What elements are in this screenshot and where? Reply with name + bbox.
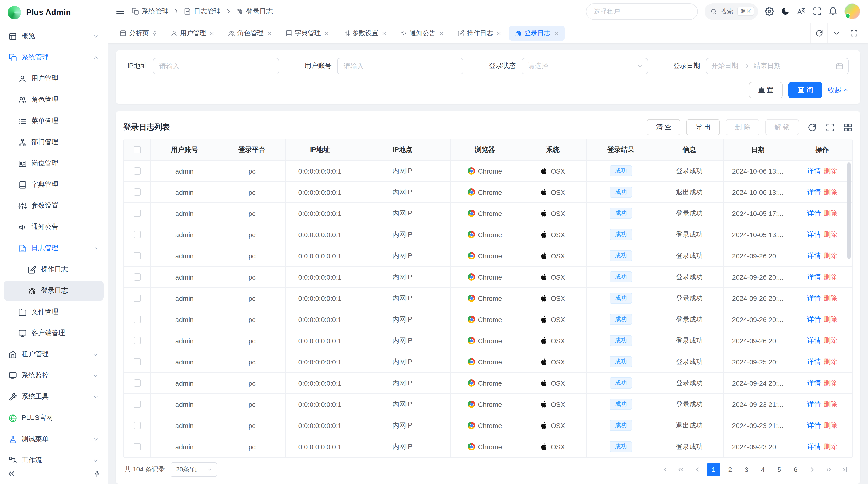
detail-link[interactable]: 详情 (807, 230, 821, 239)
row-checkbox[interactable] (133, 295, 141, 302)
collapse-sidebar-button[interactable] (7, 469, 16, 478)
clear-button[interactable]: 清 空 (647, 119, 681, 135)
row-checkbox[interactable] (133, 337, 141, 344)
column-header[interactable]: 信息 (655, 139, 724, 161)
table-scrollbar[interactable] (847, 162, 850, 259)
row-checkbox[interactable] (133, 273, 141, 281)
breadcrumb-item[interactable]: 系统管理 (132, 7, 169, 16)
sidebar-item[interactable]: 部门管理 (4, 132, 104, 152)
close-icon[interactable] (267, 31, 272, 36)
table-row[interactable]: admin pc 0:0:0:0:0:0:0:1 内网IP Chrome (124, 373, 852, 394)
delete-link[interactable]: 删除 (824, 188, 837, 196)
delete-link[interactable]: 删除 (824, 336, 837, 345)
sidebar-item[interactable]: 操作日志 (4, 259, 104, 280)
close-icon[interactable] (324, 31, 329, 36)
sidebar-item[interactable]: 客户端管理 (4, 323, 104, 343)
row-checkbox[interactable] (133, 358, 141, 365)
breadcrumb-item[interactable]: 日志管理 (173, 7, 221, 16)
row-checkbox[interactable] (133, 252, 141, 259)
row-checkbox[interactable] (133, 210, 141, 217)
page-button[interactable]: 4 (756, 463, 770, 476)
detail-link[interactable]: 详情 (807, 188, 821, 196)
user-avatar[interactable] (844, 3, 860, 19)
column-header[interactable]: 操作 (792, 139, 852, 161)
table-fullscreen-button[interactable] (826, 123, 835, 132)
row-checkbox[interactable] (133, 400, 141, 408)
detail-link[interactable]: 详情 (807, 336, 821, 345)
refresh-table-button[interactable] (808, 123, 817, 132)
prev-page-button[interactable] (690, 463, 704, 476)
row-checkbox[interactable] (133, 189, 141, 196)
export-button[interactable]: 导 出 (686, 119, 720, 135)
close-icon[interactable] (496, 31, 501, 36)
sidebar-item[interactable]: 角色管理 (4, 90, 104, 110)
reset-button[interactable]: 重 置 (749, 82, 783, 98)
table-row[interactable]: admin pc 0:0:0:0:0:0:0:1 内网IP Chrome (124, 224, 852, 246)
delete-link[interactable]: 删除 (824, 315, 837, 324)
language-button[interactable] (797, 7, 806, 16)
column-settings-button[interactable] (843, 123, 852, 132)
global-search[interactable]: 搜索 ⌘ K (704, 3, 758, 20)
table-row[interactable]: admin pc 0:0:0:0:0:0:0:1 内网IP Chrome (124, 436, 852, 457)
tenant-select[interactable] (586, 3, 698, 20)
dark-mode-toggle[interactable] (781, 7, 790, 16)
sidebar-item[interactable]: PLUS官网 (4, 408, 104, 428)
delete-link[interactable]: 删除 (824, 357, 837, 366)
delete-link[interactable]: 删除 (824, 251, 837, 260)
delete-link[interactable]: 删除 (824, 272, 837, 281)
last-page-button[interactable] (838, 463, 851, 476)
page-button[interactable]: 2 (723, 463, 737, 476)
next-page-button[interactable] (805, 463, 819, 476)
hamburger-menu-icon[interactable] (116, 7, 125, 16)
table-row[interactable]: admin pc 0:0:0:0:0:0:0:1 内网IP Chrome (124, 394, 852, 415)
table-row[interactable]: admin pc 0:0:0:0:0:0:0:1 内网IP Chrome (124, 415, 852, 436)
tab[interactable]: 登录日志 (509, 26, 564, 41)
settings-button[interactable] (765, 7, 774, 16)
column-header[interactable]: 登录结果 (587, 139, 655, 161)
sidebar-item[interactable]: 系统工具 (4, 387, 104, 407)
sidebar-item[interactable]: 租户管理 (4, 344, 104, 364)
ip-input[interactable] (153, 58, 279, 74)
table-row[interactable]: admin pc 0:0:0:0:0:0:0:1 内网IP Chrome (124, 309, 852, 330)
sidebar-item[interactable]: 岗位管理 (4, 153, 104, 173)
sidebar-item[interactable]: 登录日志 (4, 281, 104, 301)
breadcrumb-item[interactable]: 登录日志 (225, 7, 273, 16)
close-icon[interactable] (381, 31, 386, 36)
delete-link[interactable]: 删除 (824, 230, 837, 239)
close-icon[interactable] (553, 31, 559, 36)
unlock-button[interactable]: 解 锁 (765, 119, 799, 135)
sidebar-item[interactable]: 参数设置 (4, 196, 104, 216)
sidebar-item[interactable]: 系统管理 (4, 47, 104, 67)
sidebar-item[interactable]: 日志管理 (4, 238, 104, 258)
column-header[interactable]: 浏览器 (451, 139, 519, 161)
status-select[interactable]: 请选择 (522, 58, 648, 74)
delete-button[interactable]: 删 除 (726, 119, 760, 135)
close-icon[interactable] (209, 31, 214, 36)
pin-sidebar-button[interactable] (93, 470, 101, 478)
column-header[interactable]: 用户账号 (151, 139, 218, 161)
column-header[interactable]: IP地点 (354, 139, 451, 161)
column-header[interactable]: IP地址 (286, 139, 354, 161)
notifications-button[interactable] (829, 7, 838, 16)
detail-link[interactable]: 详情 (807, 400, 821, 409)
table-row[interactable]: admin pc 0:0:0:0:0:0:0:1 内网IP Chrome (124, 266, 852, 288)
sidebar-item[interactable]: 字典管理 (4, 174, 104, 195)
sidebar-item[interactable]: 系统监控 (4, 365, 104, 386)
delete-link[interactable]: 删除 (824, 294, 837, 302)
tabs-menu-button[interactable] (828, 23, 845, 43)
table-row[interactable]: admin pc 0:0:0:0:0:0:0:1 内网IP Chrome (124, 351, 852, 373)
row-checkbox[interactable] (133, 316, 141, 323)
detail-link[interactable]: 详情 (807, 379, 821, 387)
first-page-button[interactable] (658, 463, 671, 476)
page-button[interactable]: 6 (789, 463, 802, 476)
table-row[interactable]: admin pc 0:0:0:0:0:0:0:1 内网IP Chrome (124, 203, 852, 224)
row-checkbox[interactable] (133, 443, 141, 450)
detail-link[interactable]: 详情 (807, 251, 821, 260)
detail-link[interactable]: 详情 (807, 272, 821, 281)
detail-link[interactable]: 详情 (807, 167, 821, 175)
sidebar-item[interactable]: 概览 (4, 26, 104, 46)
column-header[interactable]: 登录平台 (218, 139, 286, 161)
page-size-select[interactable]: 20条/页 (171, 462, 217, 477)
account-input[interactable] (337, 58, 464, 74)
prev-5-pages-button[interactable] (674, 463, 688, 476)
